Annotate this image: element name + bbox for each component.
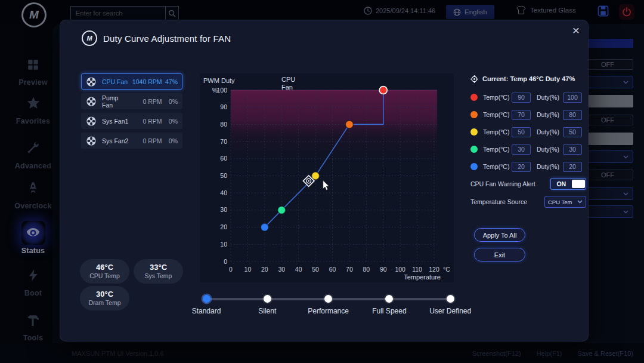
curve-point[interactable] (379, 87, 387, 94)
temperature-source-value: CPU Tem (548, 199, 577, 205)
maxsun-logo-small-icon: M (82, 30, 97, 46)
svg-text:50: 50 (312, 266, 319, 273)
svg-text:90: 90 (380, 266, 387, 273)
curve-point-row: Temp(°C)90Duty(%)100 (470, 91, 586, 104)
duty-input[interactable]: 20 (563, 162, 582, 172)
dram-temp-pill: 30°C Dram Temp (80, 286, 129, 310)
warning-alert-label: CPU Fan Warning Alert (470, 180, 550, 187)
point-color-dot (470, 146, 478, 153)
fan-duty: 0% (162, 98, 178, 105)
preset-dot-user-defined[interactable] (447, 295, 454, 303)
curve-point-row: Temp(°C)50Duty(%)50 (470, 125, 586, 139)
svg-text:60: 60 (220, 155, 227, 162)
svg-text:0: 0 (224, 258, 227, 265)
current-status-text: Current: Temp 46°C Duty 47% (482, 75, 575, 82)
curve-point-row: Temp(°C)30Duty(%)30 (470, 143, 586, 156)
preset-label-user-defined[interactable]: User Defined (417, 307, 483, 315)
duty-label: Duty(%) (537, 128, 563, 136)
fan-duty: 0% (162, 118, 178, 125)
curve-point[interactable] (345, 121, 353, 128)
fan-rpm: 1040 RPM (130, 78, 162, 85)
fan-warning-toggle[interactable]: ON (550, 178, 586, 190)
svg-text:70: 70 (346, 266, 353, 273)
fan-icon (86, 96, 97, 107)
sys-temp-pill: 33°C Sys Temp (134, 259, 183, 284)
fan-duty: 47% (162, 78, 178, 85)
fan-list-item[interactable]: Sys Fan20 RPM0% (81, 133, 182, 149)
temp-input[interactable]: 70 (512, 110, 531, 120)
svg-text:°C: °C (443, 266, 450, 273)
preset-dot-full-speed[interactable] (385, 295, 393, 303)
dram-temp-value: 30°C (80, 290, 129, 299)
cpu-temp-pill: 46°C CPU Temp (80, 259, 129, 284)
duty-label: Duty(%) (537, 111, 563, 118)
duty-input[interactable]: 80 (563, 110, 582, 120)
preset-dot-performance[interactable] (324, 295, 332, 303)
svg-text:110: 110 (412, 266, 422, 273)
preset-label-performance[interactable]: Performance (296, 307, 361, 315)
point-color-dot (470, 163, 478, 170)
duty-input[interactable]: 50 (563, 127, 582, 137)
temp-input[interactable]: 90 (512, 93, 531, 103)
fan-duty: 0% (162, 137, 178, 144)
duty-input[interactable]: 30 (563, 144, 582, 155)
temp-label: Temp(°C) (483, 128, 512, 136)
curve-point-row: Temp(°C)70Duty(%)80 (470, 108, 586, 121)
crosshair-icon (470, 75, 478, 83)
apply-to-all-button[interactable]: Apply To All (474, 228, 525, 242)
modal-title: Duty Curve Adjustment for FAN (103, 33, 231, 44)
curve-point[interactable] (261, 223, 268, 231)
temperature-source-select[interactable]: CPU Tem (544, 196, 586, 208)
fan-curve-modal: × M Duty Curve Adjustment for FAN CPU Fa… (60, 20, 589, 342)
chevron-down-icon (577, 200, 583, 204)
svg-text:100: 100 (216, 87, 227, 94)
toggle-knob (572, 180, 585, 188)
fan-name: Pump Fan (102, 94, 130, 109)
preset-label-standard[interactable]: Standard (174, 307, 239, 315)
svg-text:20: 20 (220, 223, 227, 230)
svg-text:80: 80 (220, 121, 227, 128)
curve-point-rows: Temp(°C)90Duty(%)100Temp(°C)70Duty(%)80T… (470, 91, 586, 173)
fan-list-item[interactable]: Sys Fan10 RPM0% (81, 113, 182, 129)
temp-input[interactable]: 20 (512, 162, 531, 172)
temp-label: Temp(°C) (483, 94, 512, 101)
fan-icon (86, 136, 97, 146)
preset-dot-standard[interactable] (203, 295, 210, 303)
svg-text:100: 100 (395, 266, 405, 273)
fan-warning-row: CPU Fan Warning Alert ON (470, 177, 586, 190)
fan-rpm: 0 RPM (130, 98, 162, 105)
fan-curve-chart[interactable]: 0102030405060708090100110120010203040506… (200, 73, 454, 282)
fan-name: Sys Fan1 (102, 118, 130, 125)
svg-text:40: 40 (295, 266, 302, 273)
svg-text:70: 70 (220, 138, 227, 145)
svg-text:0: 0 (229, 266, 233, 273)
cpu-temp-label: CPU Temp (80, 272, 129, 279)
fan-list-item[interactable]: CPU Fan1040 RPM47% (81, 73, 182, 90)
preset-dot-silent[interactable] (264, 295, 271, 303)
fan-name: Sys Fan2 (102, 137, 130, 144)
svg-text:10: 10 (244, 266, 252, 273)
preset-label-silent[interactable]: Silent (234, 307, 300, 315)
close-icon[interactable]: × (572, 21, 580, 39)
series-title: CPUFan (281, 76, 295, 91)
temp-label: Temp(°C) (483, 146, 512, 153)
duty-label: Duty(%) (537, 146, 563, 153)
svg-text:20: 20 (261, 266, 268, 273)
fan-curve-chart-panel: 0102030405060708090100110120010203040506… (200, 73, 454, 282)
temp-input[interactable]: 30 (512, 144, 531, 155)
fan-list-item[interactable]: Pump Fan0 RPM0% (81, 93, 182, 109)
fan-icon (86, 76, 97, 87)
preset-slider: StandardSilentPerformanceFull SpeedUser … (199, 291, 463, 324)
duty-input[interactable]: 100 (563, 93, 582, 103)
preset-label-full-speed[interactable]: Full Speed (357, 307, 422, 315)
temp-input[interactable]: 50 (512, 127, 531, 137)
sys-temp-value: 33°C (134, 263, 183, 272)
point-color-dot (470, 94, 478, 101)
exit-button[interactable]: Exit (474, 248, 525, 262)
svg-text:120: 120 (429, 266, 439, 273)
curve-point[interactable] (312, 172, 320, 180)
curve-point[interactable] (278, 206, 286, 214)
svg-text:50: 50 (220, 172, 227, 179)
y-axis-title: PWM Duty (203, 77, 235, 84)
temp-label: Temp(°C) (483, 163, 512, 170)
